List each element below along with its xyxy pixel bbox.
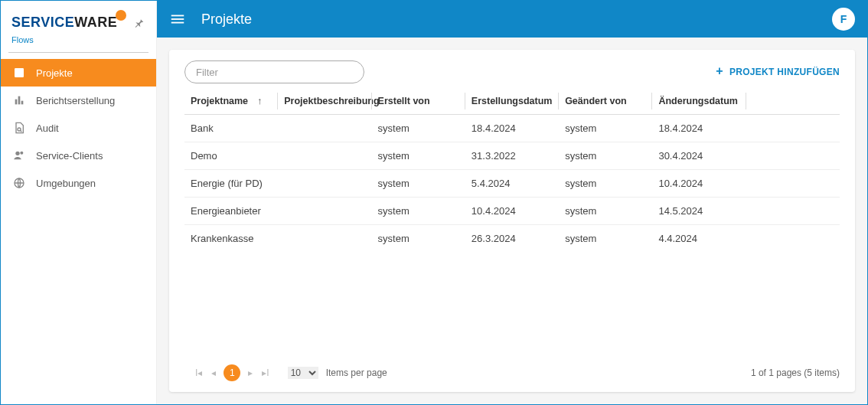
- main: Projekte F + PROJEKT HINZUFÜGEN Projektn…: [157, 1, 867, 404]
- brand-row: SERVICEWARE: [1, 1, 156, 35]
- plus-icon: +: [716, 65, 723, 77]
- cell-created_at: 18.4.2024: [465, 115, 559, 142]
- col-actions: [746, 88, 840, 115]
- pager-prev-button[interactable]: ◂: [210, 364, 217, 381]
- svg-rect-14: [171, 22, 184, 24]
- svg-rect-3: [16, 74, 20, 75]
- svg-rect-4: [15, 100, 18, 105]
- page-title: Projekte: [201, 11, 832, 28]
- content-card: + PROJEKT HINZUFÜGEN Projektname↑ Projek…: [169, 50, 855, 392]
- table-row[interactable]: Demosystem31.3.2022system30.4.2024: [184, 142, 840, 170]
- topbar: Projekte F: [157, 1, 867, 38]
- cell-created_at: 10.4.2024: [465, 198, 559, 225]
- col-geaendert-von[interactable]: Geändert von: [559, 88, 652, 115]
- sidebar-item-label: Projekte: [36, 67, 73, 79]
- pager-first-button[interactable]: I◂: [194, 364, 204, 381]
- cell-created_at: 5.4.2024: [465, 170, 559, 198]
- brand-divider: [8, 52, 148, 53]
- cell-created_by: system: [372, 142, 465, 170]
- svg-rect-1: [16, 70, 22, 71]
- add-project-label: PROJEKT HINZUFÜGEN: [729, 67, 840, 77]
- cell-modified_at: 4.4.2024: [652, 225, 746, 253]
- cell-created_at: 26.3.2024: [465, 225, 559, 253]
- sidebar-item-label: Umgebungen: [36, 178, 96, 189]
- cell-modified_by: system: [559, 225, 652, 253]
- sidebar-item-service-clients[interactable]: Service-Clients: [1, 142, 156, 169]
- sidebar-item-label: Service-Clients: [36, 150, 103, 162]
- filter-input[interactable]: [184, 60, 364, 83]
- brand-part2: WARE: [74, 15, 117, 31]
- projects-icon: [13, 67, 25, 79]
- sidebar-item-audit[interactable]: Audit: [1, 114, 156, 142]
- svg-rect-12: [171, 15, 184, 17]
- svg-point-10: [20, 152, 23, 155]
- pager-current-page[interactable]: 1: [224, 364, 240, 381]
- cell-name: Energie (für PD): [184, 170, 278, 198]
- col-aenderungsdatum[interactable]: Änderungsdatum: [652, 88, 746, 115]
- cell-created_by: system: [372, 198, 465, 225]
- svg-rect-13: [171, 18, 184, 20]
- pager-last-button[interactable]: ▸I: [260, 364, 270, 381]
- svg-rect-6: [21, 101, 24, 105]
- table-row[interactable]: Banksystem18.4.2024system18.4.2024: [184, 115, 840, 142]
- cell-name: Bank: [184, 115, 278, 142]
- sidebar-item-umgebungen[interactable]: Umgebungen: [1, 169, 156, 197]
- cell-modified_by: system: [559, 170, 652, 198]
- items-per-page-label: Items per page: [326, 367, 387, 378]
- sidebar-item-projekte[interactable]: Projekte: [1, 59, 156, 87]
- brand-subtitle: Flows: [1, 35, 156, 52]
- cell-created_by: system: [372, 115, 465, 142]
- file-icon: [13, 122, 25, 134]
- user-avatar[interactable]: F: [832, 8, 855, 31]
- projects-table: Projektname↑ Projektbeschreibung Erstell…: [184, 88, 840, 252]
- pin-icon[interactable]: [133, 17, 145, 29]
- sort-asc-icon: ↑: [257, 96, 262, 106]
- cell-modified_by: system: [559, 115, 652, 142]
- cell-modified_at: 18.4.2024: [652, 115, 746, 142]
- sidebar-item-label: Audit: [36, 122, 59, 134]
- col-erstellt-von[interactable]: Erstellt von: [372, 88, 465, 115]
- users-icon: [13, 149, 25, 162]
- cell-name: Demo: [184, 142, 278, 170]
- brand-logo: SERVICEWARE: [11, 15, 128, 31]
- menu-icon[interactable]: [169, 11, 186, 28]
- table-body: Banksystem18.4.2024system18.4.2024Demosy…: [184, 115, 840, 253]
- table-wrap: Projektname↑ Projektbeschreibung Erstell…: [169, 88, 855, 357]
- cell-desc: [278, 142, 371, 170]
- globe-icon: [13, 177, 25, 189]
- col-erstellungsdatum[interactable]: Erstellungsdatum: [465, 88, 559, 115]
- col-projektbeschreibung[interactable]: Projektbeschreibung: [278, 88, 371, 115]
- cell-actions: [746, 170, 840, 198]
- col-projektname[interactable]: Projektname↑: [184, 88, 278, 115]
- cell-created_by: system: [372, 225, 465, 253]
- sidebar-item-berichtserstellung[interactable]: Berichtserstellung: [1, 87, 156, 114]
- table-row[interactable]: Energie (für PD)system5.4.2024system10.4…: [184, 170, 840, 198]
- page-size-select[interactable]: 10: [288, 367, 318, 379]
- cell-name: Krankenkasse: [184, 225, 278, 253]
- table-row[interactable]: Krankenkassesystem26.3.2024system4.4.202…: [184, 225, 840, 253]
- cell-modified_at: 30.4.2024: [652, 142, 746, 170]
- brand-dot-icon: [116, 10, 126, 21]
- table-header-row: Projektname↑ Projektbeschreibung Erstell…: [184, 88, 840, 115]
- cell-modified_by: system: [559, 198, 652, 225]
- cell-modified_by: system: [559, 142, 652, 170]
- cell-created_at: 31.3.2022: [465, 142, 559, 170]
- chart-icon: [13, 94, 25, 106]
- svg-point-9: [15, 152, 19, 155]
- cell-modified_at: 10.4.2024: [652, 170, 746, 198]
- cell-name: Energieanbieter: [184, 198, 278, 225]
- add-project-button[interactable]: + PROJEKT HINZUFÜGEN: [716, 66, 840, 78]
- pager-summary: 1 of 1 pages (5 items): [751, 367, 840, 378]
- nav-list: Projekte Berichtserstellung Audit Servic…: [1, 59, 156, 197]
- sidebar: SERVICEWARE Flows Projekte Berichtserste…: [1, 1, 157, 404]
- cell-desc: [278, 198, 371, 225]
- svg-rect-5: [18, 96, 21, 105]
- cell-modified_at: 14.5.2024: [652, 198, 746, 225]
- cell-actions: [746, 115, 840, 142]
- sidebar-item-label: Berichtserstellung: [36, 95, 115, 106]
- cell-created_by: system: [372, 170, 465, 198]
- cell-desc: [278, 170, 371, 198]
- pager-next-button[interactable]: ▸: [246, 364, 254, 381]
- table-row[interactable]: Energieanbietersystem10.4.2024system14.5…: [184, 198, 840, 225]
- card-toolbar: + PROJEKT HINZUFÜGEN: [169, 50, 855, 88]
